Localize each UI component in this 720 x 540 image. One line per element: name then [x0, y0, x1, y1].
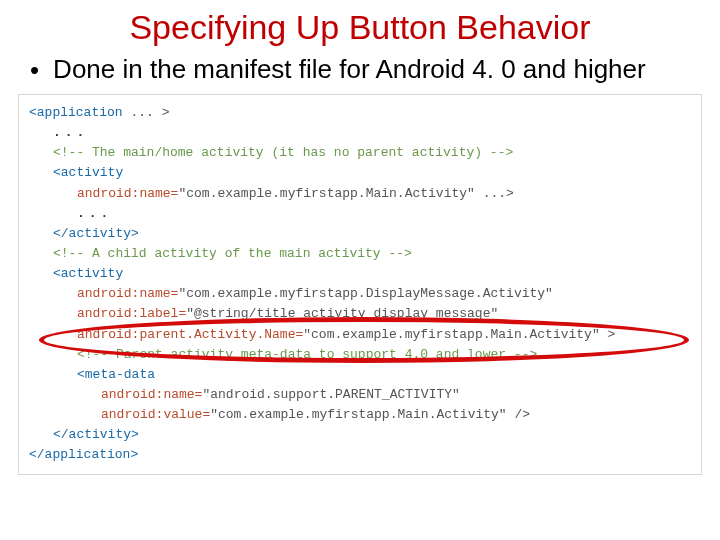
code-token: <meta-data	[77, 367, 155, 382]
code-attr: android:name=	[77, 286, 178, 301]
code-comment: <!-- A child activity of the main activi…	[53, 246, 412, 261]
code-comment: <!-- The main/home activity (it has no p…	[53, 145, 513, 160]
code-token: <activity	[53, 165, 123, 180]
code-attr: android:name=	[77, 186, 178, 201]
code-token: <activity	[53, 266, 123, 281]
code-token: >	[600, 327, 616, 342]
code-attr: android:value=	[101, 407, 210, 422]
code-token: <application	[29, 105, 123, 120]
code-token: ... >	[123, 105, 170, 120]
code-attr: android:label=	[77, 306, 186, 321]
code-value: "com.example.myfirstapp.DisplayMessage.A…	[178, 286, 552, 301]
code-value: "com.example.myfirstapp.Main.Activity"	[210, 407, 506, 422]
bullet-text: Done in the manifest file for Android 4.…	[53, 53, 646, 86]
code-token: </application>	[29, 447, 138, 462]
slide-title: Specifying Up Button Behavior	[40, 8, 680, 47]
code-ellipsis: ...	[53, 125, 88, 140]
code-token: />	[507, 407, 530, 422]
code-token: ...>	[475, 186, 514, 201]
code-token: </activity>	[53, 427, 139, 442]
code-attr: android:parent.Activity.Name=	[77, 327, 303, 342]
bullet-item: • Done in the manifest file for Android …	[30, 53, 680, 86]
code-token: </activity>	[53, 226, 139, 241]
code-snippet: <application ... > ... <!-- The main/hom…	[18, 94, 702, 475]
code-value: "com.example.myfirstapp.Main.Activity"	[178, 186, 474, 201]
code-ellipsis: ...	[77, 206, 112, 221]
code-comment: <!-- Parent activity meta-data to suppor…	[77, 347, 537, 362]
code-value: "android.support.PARENT_ACTIVITY"	[202, 387, 459, 402]
code-attr: android:name=	[101, 387, 202, 402]
code-value: "com.example.myfirstapp.Main.Activity"	[303, 327, 599, 342]
bullet-dot-icon: •	[30, 55, 39, 86]
code-value: "@string/title_activity_display_message"	[186, 306, 498, 321]
